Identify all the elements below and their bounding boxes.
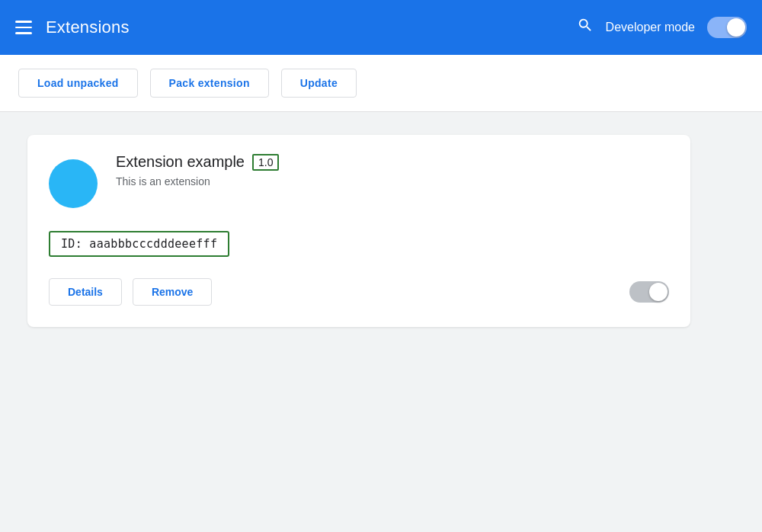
pack-extension-button[interactable]: Pack extension: [150, 69, 269, 98]
page-title: Extensions: [46, 18, 130, 37]
details-button[interactable]: Details: [49, 278, 122, 306]
version-badge: 1.0: [252, 154, 279, 171]
id-section: ID: aaabbbcccdddeeefff: [49, 231, 669, 257]
extension-toggle[interactable]: [629, 281, 669, 303]
developer-mode-toggle[interactable]: [707, 17, 747, 38]
card-actions: Details Remove: [49, 278, 212, 306]
developer-mode-label: Developer mode: [606, 21, 695, 34]
extension-icon: [49, 159, 98, 208]
extension-info: Extension example 1.0 This is an extensi…: [116, 153, 669, 187]
header-left: Extensions: [15, 18, 130, 37]
header: Extensions Developer mode: [0, 0, 762, 55]
extension-toggle-knob: [649, 283, 668, 301]
extension-name: Extension example: [116, 153, 245, 171]
hamburger-menu-icon[interactable]: [15, 21, 32, 34]
search-icon[interactable]: [577, 17, 594, 38]
card-footer: Details Remove: [49, 278, 669, 306]
update-button[interactable]: Update: [281, 69, 357, 98]
extension-card: Extension example 1.0 This is an extensi…: [27, 135, 690, 327]
card-top: Extension example 1.0 This is an extensi…: [49, 153, 669, 208]
remove-button[interactable]: Remove: [133, 278, 212, 306]
extension-description: This is an extension: [116, 175, 669, 187]
load-unpacked-button[interactable]: Load unpacked: [18, 69, 138, 98]
extension-id: ID: aaabbbcccdddeeefff: [49, 231, 229, 257]
toggle-knob: [727, 18, 745, 37]
extension-name-row: Extension example 1.0: [116, 153, 669, 171]
toolbar: Load unpacked Pack extension Update: [0, 55, 762, 112]
header-right: Developer mode: [577, 17, 747, 38]
main-content: Extension example 1.0 This is an extensi…: [0, 112, 762, 350]
